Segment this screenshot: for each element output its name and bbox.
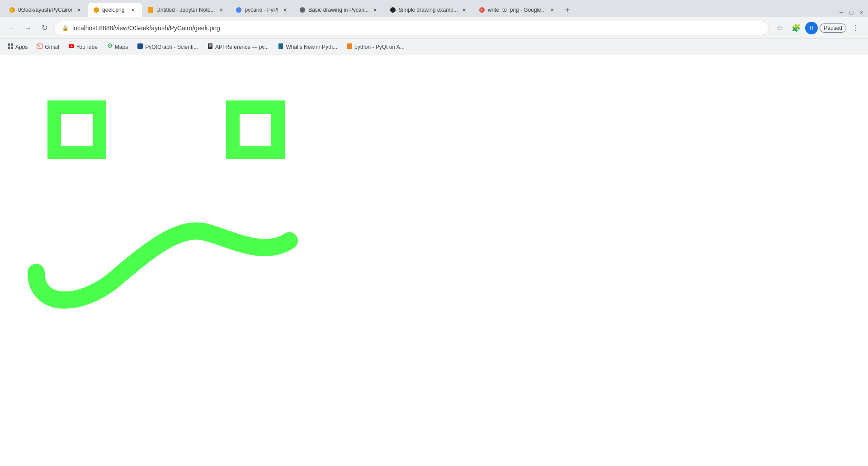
- svg-point-5: [300, 7, 305, 13]
- bookmark-whats-new[interactable]: What's New in Pyth...: [274, 41, 341, 52]
- title-bar: 0 0Geek/ayush/PyCairo/ ✕ geek.png ✕ Unti…: [0, 0, 868, 17]
- svg-point-2: [94, 7, 99, 13]
- bookmark-youtube-label: YouTube: [76, 44, 98, 50]
- tab-5-title: Basic drawing in Pycair...: [308, 7, 368, 13]
- nav-bar: ← → ↻ 🔒 localhost:8888/view/OGeek/ayush/…: [0, 17, 868, 39]
- bookmarks-bar: Apps Gmail YouTube: [0, 39, 868, 55]
- tab-1-favicon: 0: [9, 7, 15, 13]
- image-container: [0, 55, 312, 331]
- bookmark-gmail[interactable]: Gmail: [33, 41, 62, 52]
- lock-icon: 🔒: [62, 25, 69, 31]
- tab-3-close[interactable]: ✕: [217, 6, 225, 14]
- address-bar[interactable]: 🔒 localhost:8888/view/OGeek/ayush/PyCair…: [54, 21, 769, 35]
- youtube-icon: [68, 43, 75, 51]
- tab-2-title: geek.png: [102, 7, 127, 13]
- whats-new-icon: [278, 43, 284, 51]
- svg-rect-26: [61, 114, 93, 146]
- python-pyqt-icon: [346, 43, 353, 51]
- extensions-button[interactable]: 🧩: [789, 21, 803, 35]
- tab-4-close[interactable]: ✕: [281, 6, 288, 14]
- svg-text:0: 0: [11, 8, 14, 12]
- tab-1-close[interactable]: ✕: [75, 6, 82, 14]
- maps-icon: [107, 43, 113, 51]
- bookmark-api-ref[interactable]: API Reference — py...: [203, 41, 273, 52]
- back-button[interactable]: ←: [5, 22, 18, 34]
- tab-2-close[interactable]: ✕: [129, 6, 137, 14]
- tab-3-favicon: [147, 7, 154, 13]
- refresh-button[interactable]: ↻: [38, 22, 51, 34]
- tab-5-close[interactable]: ✕: [372, 6, 379, 14]
- svg-rect-10: [11, 43, 13, 46]
- svg-rect-11: [8, 47, 10, 49]
- geek-image: [9, 64, 303, 322]
- bookmark-youtube[interactable]: YouTube: [65, 41, 101, 52]
- tab-2[interactable]: geek.png ✕: [88, 3, 142, 17]
- svg-point-17: [109, 45, 110, 47]
- svg-rect-24: [347, 43, 352, 49]
- svg-rect-9: [8, 43, 10, 46]
- bookmark-pyqtgraph[interactable]: PyQtGraph - Scienti...: [133, 41, 202, 52]
- bookmark-python-pyqt[interactable]: python - PyQt on A...: [343, 41, 408, 52]
- bookmark-pyqtgraph-label: PyQtGraph - Scienti...: [145, 44, 198, 50]
- apps-icon: [7, 43, 14, 51]
- bookmark-gmail-label: Gmail: [45, 44, 59, 50]
- tab-5-favicon: [299, 7, 306, 13]
- bookmark-api-ref-label: API Reference — py...: [215, 44, 269, 50]
- svg-rect-18: [137, 43, 143, 49]
- menu-button[interactable]: ⋮: [848, 21, 863, 35]
- bookmark-maps[interactable]: Maps: [103, 41, 132, 52]
- tab-7-favicon: G: [479, 7, 485, 13]
- svg-rect-3: [148, 7, 153, 13]
- window-controls: ─ ▢ ✕: [838, 9, 864, 15]
- bookmark-apps-label: Apps: [15, 44, 28, 50]
- bookmark-star-button[interactable]: ☆: [773, 21, 787, 35]
- tab-7[interactable]: G write_to_png - Google... ✕: [473, 3, 561, 17]
- tab-6-favicon: [390, 7, 396, 13]
- svg-rect-28: [240, 114, 271, 146]
- bookmark-maps-label: Maps: [115, 44, 128, 50]
- bookmark-python-pyqt-label: python - PyQt on A...: [354, 44, 405, 50]
- maximize-button[interactable]: ▢: [848, 9, 854, 15]
- paused-badge[interactable]: Paused: [820, 24, 846, 33]
- tab-3-title: Untitled - Jupyter Note...: [156, 7, 215, 13]
- tab-2-favicon: [93, 7, 99, 13]
- minimize-button[interactable]: ─: [838, 9, 844, 15]
- tab-6-close[interactable]: ✕: [461, 6, 468, 14]
- svg-rect-12: [11, 47, 13, 49]
- forward-button[interactable]: →: [22, 22, 34, 34]
- bookmark-whats-new-label: What's New in Pyth...: [286, 44, 337, 50]
- browser-window: 0 0Geek/ayush/PyCairo/ ✕ geek.png ✕ Unti…: [0, 0, 868, 466]
- tab-4-favicon: [236, 7, 242, 13]
- gmail-icon: [37, 43, 43, 51]
- svg-point-4: [236, 7, 241, 13]
- tab-7-title: write_to_png - Google...: [488, 7, 546, 13]
- page-content: [0, 55, 868, 466]
- profile-button[interactable]: R: [805, 22, 818, 34]
- svg-rect-23: [278, 43, 283, 49]
- tab-6-title: Simple drawing examp...: [399, 7, 458, 13]
- tab-3[interactable]: Untitled - Jupyter Note... ✕: [142, 3, 230, 17]
- new-tab-button[interactable]: +: [561, 4, 574, 16]
- svg-text:G: G: [480, 8, 483, 12]
- tab-5[interactable]: Basic drawing in Pycair... ✕: [294, 3, 384, 17]
- tab-4-title: pycairo - PyPI: [245, 7, 278, 13]
- tab-1[interactable]: 0 0Geek/ayush/PyCairo/ ✕: [4, 3, 88, 17]
- tab-7-close[interactable]: ✕: [548, 6, 556, 14]
- close-button[interactable]: ✕: [858, 9, 864, 15]
- svg-point-6: [390, 7, 396, 13]
- tab-1-title: 0Geek/ayush/PyCairo/: [18, 7, 72, 13]
- api-ref-icon: [207, 43, 213, 51]
- tab-4[interactable]: pycairo - PyPI ✕: [230, 3, 294, 17]
- tab-6[interactable]: Simple drawing examp... ✕: [384, 3, 473, 17]
- bookmark-apps[interactable]: Apps: [4, 41, 31, 52]
- pyqtgraph-icon: [137, 43, 143, 51]
- svg-rect-19: [208, 43, 212, 49]
- address-text: localhost:8888/view/OGeek/ayush/PyCairo/…: [72, 24, 761, 32]
- nav-extras: ☆ 🧩 R Paused ⋮: [773, 21, 863, 35]
